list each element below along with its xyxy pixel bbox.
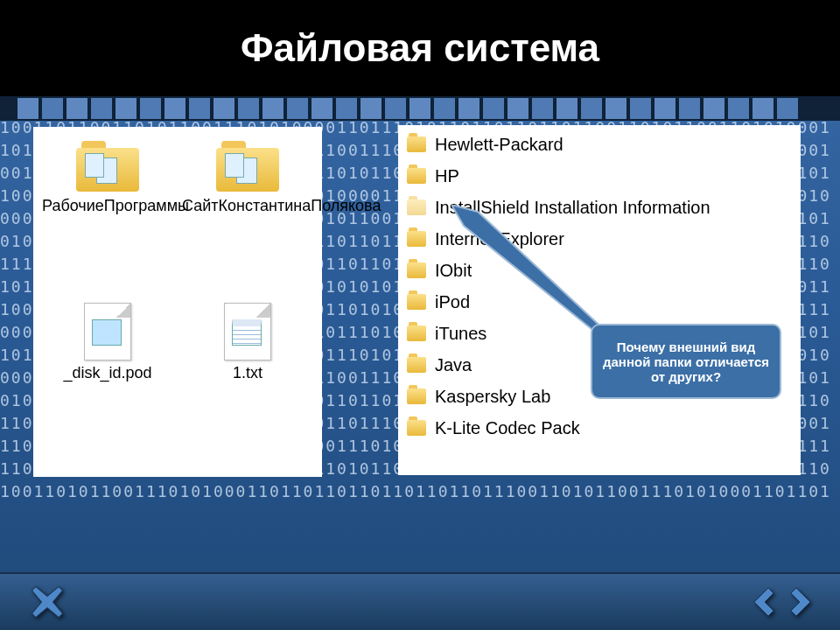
file-item[interactable]: 1.txt — [182, 301, 313, 468]
icon-label: РабочиеПрограммы — [42, 197, 173, 215]
folder-icon — [407, 420, 426, 436]
icon-label: СайтКонстантинаПолякова — [182, 197, 313, 215]
prev-button[interactable] — [744, 584, 779, 620]
folder-icon — [407, 231, 426, 247]
list-row[interactable]: Hewlett-Packard — [407, 129, 792, 160]
file-icon — [84, 303, 131, 360]
footer-bar — [0, 572, 840, 630]
list-row[interactable]: K-Lite Codec Pack — [407, 412, 792, 444]
folder-icon — [407, 357, 426, 373]
page-title: Файловая система — [241, 26, 599, 70]
folder-icon — [407, 326, 426, 341]
folder-label: Hewlett-Packard — [435, 135, 564, 155]
folder-icon-hidden — [407, 200, 426, 215]
icon-label: 1.txt — [182, 364, 313, 382]
folder-label: Kaspersky Lab — [435, 387, 550, 407]
svg-marker-0 — [452, 205, 609, 336]
folder-icon — [407, 136, 426, 152]
folder-item[interactable]: РабочиеПрограммы — [42, 136, 173, 301]
folder-icon — [407, 388, 426, 404]
text-file-icon — [224, 303, 271, 360]
folder-icon — [407, 168, 426, 184]
icon-label: _disk_id.pod — [42, 364, 173, 382]
callout-text: Почему внешний вид данной папки отличает… — [599, 340, 773, 384]
large-icons-panel: РабочиеПрограммы СайтКонстантинаПолякова… — [33, 127, 322, 477]
title-bar: Файловая система — [0, 0, 840, 96]
callout-arrow — [452, 205, 618, 336]
folder-icon — [407, 294, 426, 310]
list-row[interactable]: HP — [407, 160, 792, 192]
folder-icon — [216, 141, 279, 192]
film-strip-top — [0, 96, 840, 121]
folder-icon — [407, 262, 426, 278]
folder-item[interactable]: СайтКонстантинаПолякова — [182, 136, 313, 301]
folder-icon — [76, 141, 139, 192]
file-item[interactable]: _disk_id.pod — [42, 301, 173, 468]
callout-box: Почему внешний вид данной папки отличает… — [591, 324, 781, 399]
folder-label: K-Lite Codec Pack — [435, 418, 580, 438]
close-button[interactable] — [28, 583, 66, 621]
folder-label: Java — [435, 355, 472, 375]
next-button[interactable] — [786, 584, 821, 620]
folder-label: HP — [435, 166, 459, 186]
